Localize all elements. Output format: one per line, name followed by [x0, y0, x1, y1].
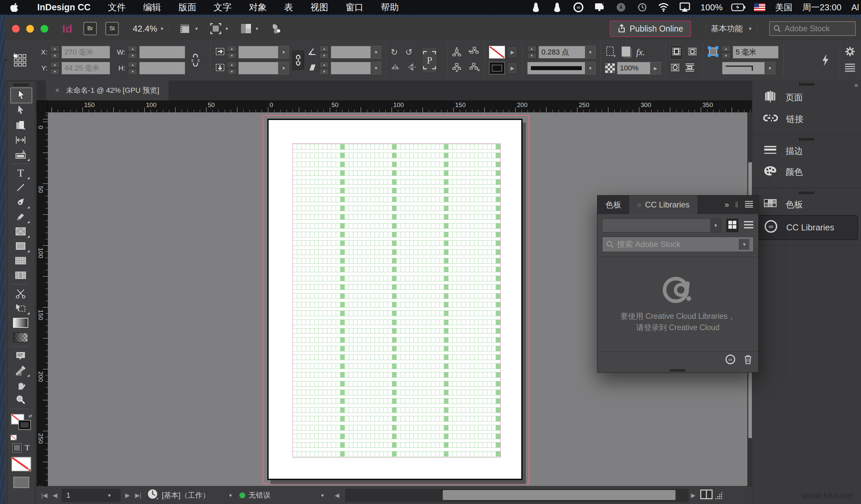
- formatting-affects-text-button[interactable]: T: [25, 443, 30, 452]
- zoom-level-value[interactable]: 42.4%: [133, 24, 157, 34]
- bring-forward-button[interactable]: [452, 46, 462, 58]
- rotate-ccw-button[interactable]: ↺: [405, 47, 412, 57]
- dock-item-links[interactable]: 链接: [756, 109, 858, 129]
- free-transform-tool[interactable]: [10, 301, 31, 315]
- dock-group-grip[interactable]: [799, 138, 815, 141]
- wifi-icon[interactable]: [658, 2, 669, 13]
- stroke-weight-stepper[interactable]: ▲▼: [527, 45, 536, 59]
- expand-dock-chevron[interactable]: »: [855, 81, 858, 89]
- zoom-tool[interactable]: [10, 392, 31, 407]
- pencil-tool[interactable]: [10, 209, 31, 224]
- gap-tool[interactable]: [10, 133, 31, 147]
- corner-radius-stepper[interactable]: ▲▼: [721, 45, 731, 59]
- gpu-performance-icon[interactable]: [821, 54, 830, 67]
- last-page-button[interactable]: ▶|: [135, 492, 141, 499]
- w-stepper[interactable]: ▲▼: [128, 45, 137, 59]
- default-fill-stroke-icon[interactable]: [10, 435, 17, 440]
- dark-circle-app-icon[interactable]: [615, 2, 627, 13]
- apple-menu-icon[interactable]: [9, 2, 20, 13]
- creative-cloud-menubar-icon[interactable]: ∞: [573, 2, 584, 13]
- vertical-ruler[interactable]: 0501001502002503: [37, 112, 48, 486]
- zoom-window-button[interactable]: [41, 25, 48, 32]
- scale-y-dropdown[interactable]: ▼: [238, 62, 289, 74]
- width-field[interactable]: [139, 46, 185, 58]
- dock-item-color[interactable]: 颜色: [756, 162, 858, 182]
- content-collector-tool[interactable]: [10, 147, 31, 162]
- corner-options-button[interactable]: ▾: [605, 45, 616, 59]
- bridge-button[interactable]: Br: [83, 22, 97, 35]
- send-to-back-button[interactable]: [468, 63, 480, 74]
- frame-tool[interactable]: [10, 224, 31, 239]
- constrain-proportions-broken-link-icon[interactable]: [191, 54, 201, 67]
- stroke-flyout-arrow[interactable]: ▶: [507, 62, 518, 74]
- menu-help[interactable]: 帮助: [381, 1, 399, 13]
- swap-fill-stroke-icon[interactable]: ⇄: [28, 413, 32, 419]
- x-stepper[interactable]: ▲▼: [50, 45, 59, 59]
- scroll-left-arrow[interactable]: ◀: [335, 492, 339, 499]
- h-stepper[interactable]: ▲▼: [128, 62, 137, 75]
- dock-item-pages[interactable]: 页面: [756, 86, 858, 109]
- opacity-field[interactable]: 100% ▶: [617, 62, 661, 74]
- menu-window[interactable]: 窗口: [346, 1, 364, 13]
- shear-dropdown[interactable]: ▼: [331, 62, 381, 74]
- formatting-affects-container-button[interactable]: [13, 444, 21, 452]
- bird-status-icon-1[interactable]: [530, 2, 542, 13]
- stock-button[interactable]: St: [105, 22, 119, 35]
- preflight-status-label[interactable]: 无错误: [249, 490, 271, 500]
- flip-vertical-button[interactable]: [407, 63, 416, 73]
- horizontal-scrollbar-thumb[interactable]: [443, 490, 675, 500]
- close-tab-icon[interactable]: ×: [55, 86, 59, 95]
- scale-y-stepper[interactable]: ▲▼: [227, 62, 236, 75]
- publish-online-button[interactable]: Publish Online: [610, 21, 691, 37]
- us-flag-icon[interactable]: [754, 2, 765, 13]
- selection-tool[interactable]: [10, 87, 32, 104]
- input-language-label[interactable]: 美国: [775, 2, 793, 13]
- corner-radius-field[interactable]: 5 毫米: [733, 46, 779, 58]
- cc-search-field[interactable]: 搜索 Adobe Stock ▼: [602, 237, 754, 252]
- drop-shadow-button[interactable]: [621, 46, 630, 58]
- x-position-field[interactable]: 270 毫米: [62, 46, 110, 58]
- dock-group-grip[interactable]: [799, 83, 815, 86]
- note-tool[interactable]: [10, 349, 31, 363]
- shear-stepper[interactable]: ▲▼: [319, 62, 329, 75]
- zoom-level-dropdown-arrow[interactable]: ▼: [160, 26, 164, 31]
- preflight-profile-icon[interactable]: ▾: [147, 488, 159, 502]
- menu-edit[interactable]: 编辑: [143, 1, 161, 13]
- dock-item-stroke[interactable]: 描边: [756, 141, 858, 161]
- cc-search-dropdown-arrow[interactable]: ▼: [739, 239, 749, 250]
- tab-swatches[interactable]: 色板: [597, 195, 629, 214]
- scroll-right-arrow[interactable]: ▶: [691, 492, 696, 499]
- reference-point-proxy[interactable]: [12, 53, 28, 68]
- close-window-button[interactable]: [12, 25, 19, 32]
- pen-tool[interactable]: [10, 195, 31, 209]
- rotation-dropdown[interactable]: ▼: [331, 46, 381, 58]
- dock-item-cc-libraries[interactable]: ∞ CC Libraries: [756, 215, 858, 240]
- fill-flyout-arrow[interactable]: ▶: [507, 46, 518, 58]
- stroke-weight-dropdown[interactable]: 0.283 点 ▼: [538, 46, 596, 58]
- stroke-type-dropdown[interactable]: ▼: [527, 62, 596, 74]
- wrap-object-shape-button[interactable]: [670, 63, 680, 74]
- resize-grip[interactable]: [715, 492, 722, 499]
- split-view-icon[interactable]: [700, 489, 713, 501]
- next-page-button[interactable]: ▶: [125, 492, 129, 499]
- menubar-clock[interactable]: 周一23:00: [803, 2, 842, 13]
- tab-cc-libraries[interactable]: ◇ CC Libraries: [629, 195, 697, 214]
- control-panel-menu-icon[interactable]: [844, 63, 856, 73]
- library-select-dropdown[interactable]: ▼: [602, 218, 721, 232]
- menubar-app-name[interactable]: InDesign CC: [37, 2, 91, 13]
- time-machine-icon[interactable]: [637, 2, 648, 13]
- gradient-feather-tool[interactable]: [10, 330, 31, 345]
- trash-icon[interactable]: [744, 354, 752, 366]
- page-number-box[interactable]: 1 ▼: [62, 489, 120, 502]
- panel-menu-icon[interactable]: [744, 200, 754, 209]
- horizontal-ruler[interactable]: 15010050050100150200250300350: [48, 100, 756, 112]
- preflight-profile-label[interactable]: [基本]（工作）: [162, 490, 210, 500]
- fill-swatch-none[interactable]: [489, 46, 505, 58]
- corner-style-dropdown[interactable]: ▼: [722, 62, 775, 74]
- scale-x-dropdown[interactable]: ▼: [238, 46, 289, 58]
- stroke-swatch[interactable]: [489, 62, 505, 74]
- collapse-panel-chevrons[interactable]: »: [725, 200, 729, 209]
- menu-object[interactable]: 对象: [249, 1, 267, 13]
- dock-group-grip[interactable]: [799, 191, 815, 194]
- screen-mode-dropdown[interactable]: ▼: [240, 22, 259, 35]
